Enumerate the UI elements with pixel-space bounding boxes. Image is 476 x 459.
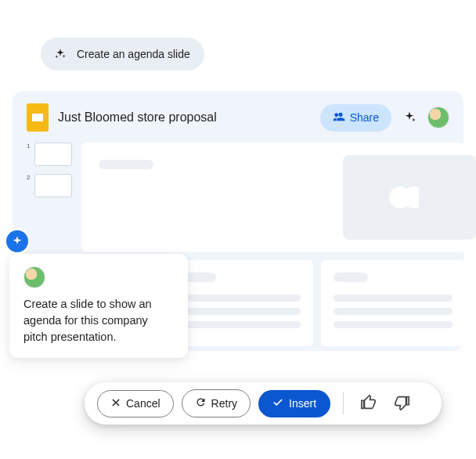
user-prompt-text: Create a slide to show an agenda for thi… bbox=[23, 296, 174, 345]
slide-hero-block bbox=[81, 143, 465, 252]
thumbnail-preview bbox=[34, 143, 72, 166]
check-icon bbox=[272, 397, 283, 410]
share-button[interactable]: Share bbox=[320, 104, 391, 132]
insert-label: Insert bbox=[289, 397, 316, 410]
placeholder-bar bbox=[334, 321, 453, 328]
close-icon bbox=[110, 397, 121, 410]
slide-card bbox=[169, 260, 313, 346]
retry-icon bbox=[195, 396, 207, 410]
sparkle-icon bbox=[52, 45, 69, 63]
cancel-label: Cancel bbox=[126, 397, 160, 410]
placeholder-bar bbox=[182, 295, 301, 302]
retry-label: Retry bbox=[211, 397, 237, 410]
ai-suggestion-pill[interactable]: Create an agenda slide bbox=[41, 38, 204, 70]
retry-button[interactable]: Retry bbox=[182, 389, 251, 417]
placeholder-bar bbox=[99, 160, 153, 169]
thumbnail-number: 2 bbox=[27, 174, 31, 181]
placeholder-bar bbox=[334, 308, 453, 315]
insert-button[interactable]: Insert bbox=[258, 390, 330, 417]
avatar bbox=[23, 266, 45, 288]
thumbs-up-button[interactable] bbox=[356, 391, 381, 416]
thumbs-down-icon bbox=[393, 394, 410, 414]
placeholder-bar bbox=[334, 295, 453, 302]
placeholder-bar bbox=[182, 321, 301, 328]
avatar[interactable] bbox=[427, 107, 449, 128]
thumbnail-preview bbox=[34, 174, 72, 197]
cancel-button[interactable]: Cancel bbox=[97, 390, 174, 417]
thumbnail-number: 1 bbox=[27, 143, 31, 150]
placeholder-image bbox=[343, 155, 476, 240]
placeholder-bar bbox=[182, 308, 301, 315]
people-icon bbox=[333, 110, 345, 125]
window-header: Just Bloomed store proposal Share bbox=[27, 103, 449, 132]
sparkle-icon[interactable] bbox=[401, 109, 418, 126]
slide-thumbnail[interactable]: 1 bbox=[27, 143, 74, 166]
ai-sparkle-badge[interactable] bbox=[6, 230, 28, 252]
slides-logo-icon bbox=[27, 103, 49, 132]
share-label: Share bbox=[350, 111, 379, 124]
ai-suggestion-label: Create an agenda slide bbox=[77, 48, 190, 60]
user-prompt-card: Create a slide to show an agenda for thi… bbox=[9, 254, 188, 358]
thumbs-up-icon bbox=[360, 394, 377, 414]
document-title: Just Bloomed store proposal bbox=[58, 110, 311, 125]
thumbs-down-button[interactable] bbox=[389, 391, 414, 416]
action-bar: Cancel Retry Insert bbox=[85, 382, 442, 425]
divider bbox=[343, 392, 344, 414]
slide-thumbnail[interactable]: 2 bbox=[27, 174, 74, 197]
placeholder-bar bbox=[334, 273, 368, 282]
slide-card bbox=[321, 260, 465, 346]
svg-rect-2 bbox=[419, 186, 431, 208]
